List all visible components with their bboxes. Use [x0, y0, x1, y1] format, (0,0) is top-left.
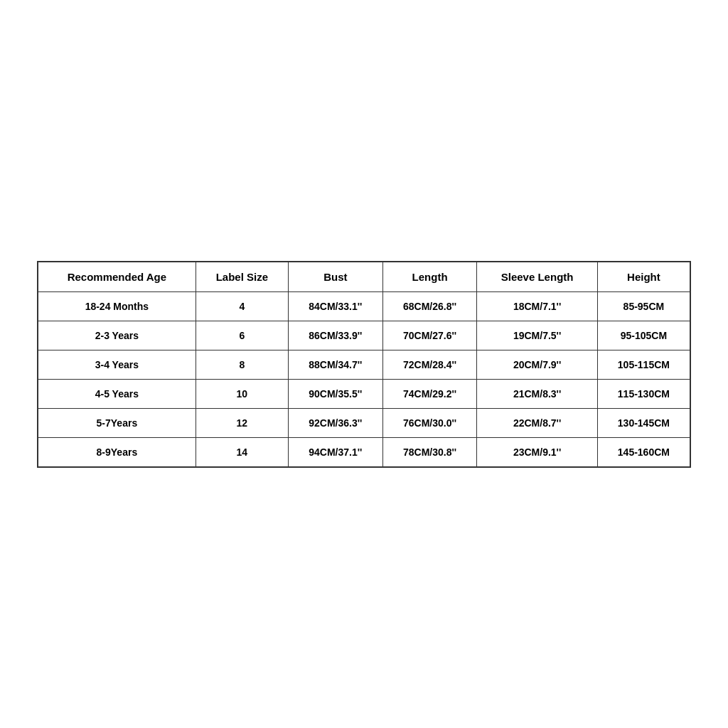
size-chart-table: Recommended Age Label Size Bust Length S…: [37, 261, 691, 468]
cell-row5-col5: 145-160CM: [597, 437, 690, 467]
col-header-sleeve-length: Sleeve Length: [477, 262, 597, 292]
table-row: 2-3 Years686CM/33.9''70CM/27.6''19CM/7.5…: [38, 321, 690, 350]
cell-row5-col1: 14: [196, 437, 288, 467]
cell-row1-col5: 95-105CM: [597, 321, 690, 350]
cell-row0-col0: 18-24 Months: [38, 291, 196, 321]
cell-row4-col5: 130-145CM: [597, 408, 690, 437]
cell-row3-col5: 115-130CM: [597, 379, 690, 408]
table-row: 5-7Years1292CM/36.3''76CM/30.0''22CM/8.7…: [38, 408, 690, 437]
cell-row2-col2: 88CM/34.7'': [288, 350, 382, 379]
cell-row0-col4: 18CM/7.1'': [477, 291, 597, 321]
cell-row2-col1: 8: [196, 350, 288, 379]
cell-row0-col3: 68CM/26.8'': [382, 291, 477, 321]
col-header-height: Height: [597, 262, 690, 292]
cell-row0-col2: 84CM/33.1'': [288, 291, 382, 321]
cell-row4-col4: 22CM/8.7'': [477, 408, 597, 437]
table-row: 8-9Years1494CM/37.1''78CM/30.8''23CM/9.1…: [38, 437, 690, 467]
table-row: 18-24 Months484CM/33.1''68CM/26.8''18CM/…: [38, 291, 690, 321]
cell-row1-col4: 19CM/7.5'': [477, 321, 597, 350]
col-header-length: Length: [382, 262, 477, 292]
cell-row3-col3: 74CM/29.2'': [382, 379, 477, 408]
cell-row3-col1: 10: [196, 379, 288, 408]
cell-row5-col4: 23CM/9.1'': [477, 437, 597, 467]
table-row: 4-5 Years1090CM/35.5''74CM/29.2''21CM/8.…: [38, 379, 690, 408]
cell-row4-col2: 92CM/36.3'': [288, 408, 382, 437]
cell-row3-col4: 21CM/8.3'': [477, 379, 597, 408]
cell-row1-col0: 2-3 Years: [38, 321, 196, 350]
cell-row2-col3: 72CM/28.4'': [382, 350, 477, 379]
cell-row1-col2: 86CM/33.9'': [288, 321, 382, 350]
cell-row3-col2: 90CM/35.5'': [288, 379, 382, 408]
table-header-row: Recommended Age Label Size Bust Length S…: [38, 262, 690, 292]
cell-row2-col5: 105-115CM: [597, 350, 690, 379]
cell-row1-col1: 6: [196, 321, 288, 350]
cell-row5-col3: 78CM/30.8'': [382, 437, 477, 467]
cell-row1-col3: 70CM/27.6'': [382, 321, 477, 350]
cell-row2-col4: 20CM/7.9'': [477, 350, 597, 379]
size-chart-container: Recommended Age Label Size Bust Length S…: [37, 261, 691, 468]
cell-row0-col1: 4: [196, 291, 288, 321]
cell-row2-col0: 3-4 Years: [38, 350, 196, 379]
cell-row4-col3: 76CM/30.0'': [382, 408, 477, 437]
cell-row4-col1: 12: [196, 408, 288, 437]
cell-row5-col2: 94CM/37.1'': [288, 437, 382, 467]
col-header-label-size: Label Size: [196, 262, 288, 292]
col-header-age: Recommended Age: [38, 262, 196, 292]
cell-row5-col0: 8-9Years: [38, 437, 196, 467]
cell-row0-col5: 85-95CM: [597, 291, 690, 321]
col-header-bust: Bust: [288, 262, 382, 292]
table-row: 3-4 Years888CM/34.7''72CM/28.4''20CM/7.9…: [38, 350, 690, 379]
cell-row3-col0: 4-5 Years: [38, 379, 196, 408]
cell-row4-col0: 5-7Years: [38, 408, 196, 437]
